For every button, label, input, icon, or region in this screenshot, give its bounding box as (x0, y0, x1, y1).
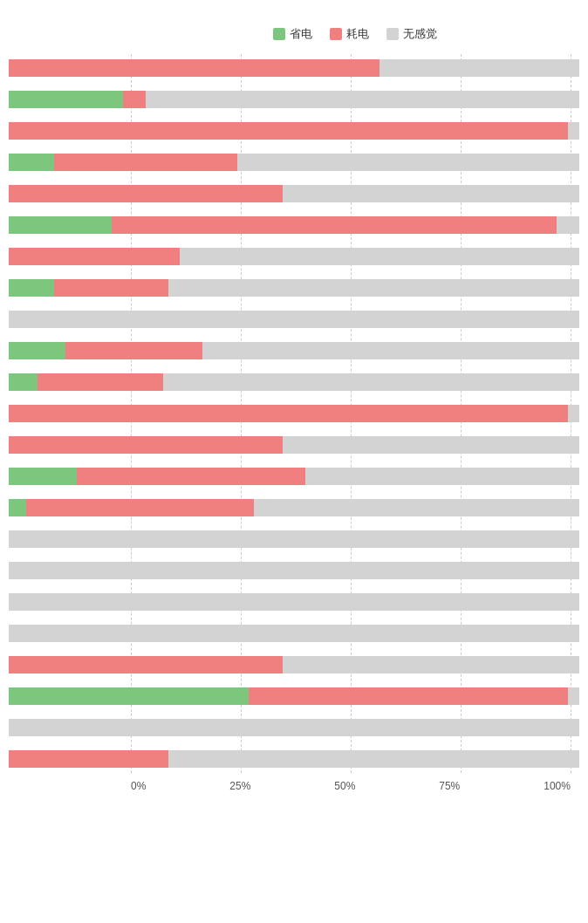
legend-label: 省电 (290, 26, 312, 42)
bar-segment-green (9, 216, 112, 234)
bar-row: iPhone 14 Pro (9, 462, 579, 490)
bar-row: iPhone 8 (9, 525, 579, 553)
bar-segment-pink (77, 468, 305, 485)
bar-segment-green (9, 91, 123, 108)
bars-wrapper: iPhone 11iPhone 11 ProiPhone 11 ProMaxiP… (9, 54, 579, 773)
bar-segment-pink (9, 750, 168, 768)
bar-segment-gray (202, 342, 579, 359)
legend-item: 无感觉 (386, 26, 437, 42)
bar-segment-gray (163, 373, 579, 391)
bar-row: iPhone 13 (9, 274, 579, 302)
bar-track (9, 185, 579, 202)
bar-segment-gray (568, 122, 579, 140)
bar-row: iPhone 8 Plus (9, 557, 579, 585)
bar-segment-pink (9, 248, 180, 265)
chart-container: 省电耗电无感觉 iPhone 11iPhone 11 ProiPhone 11 … (9, 17, 579, 792)
bar-segment-green (9, 373, 38, 391)
bar-row: iPhone 12 (9, 148, 579, 176)
bar-label: iPhone 14 (0, 407, 9, 420)
bar-track (9, 468, 579, 485)
bar-segment-gray (283, 656, 579, 673)
bar-segment-gray (568, 687, 579, 705)
bar-segment-gray (9, 719, 579, 736)
bar-segment-pink (54, 154, 236, 171)
bar-label: iPhone XS Max (0, 753, 9, 765)
bar-row: iPhone XR (9, 682, 579, 710)
bar-segment-green (9, 342, 65, 359)
bar-label: iPhone 12 mini (0, 188, 9, 200)
bar-row: iPhone 13 Pro (9, 337, 579, 365)
bar-label: iPhone X (0, 659, 9, 671)
bar-segment-green (9, 154, 54, 171)
bar-track (9, 154, 579, 171)
bar-row: iPhone 14 (9, 400, 579, 427)
legend-color-dot (386, 28, 399, 40)
bar-segment-gray (283, 185, 579, 202)
bar-label: iPhone 14 Pro (0, 470, 9, 482)
legend: 省电耗电无感觉 (131, 26, 579, 42)
x-tick: 25% (229, 780, 250, 792)
bar-row: iPhone 14 Plus (9, 431, 579, 459)
bar-track (9, 530, 579, 548)
bar-segment-pink (9, 405, 568, 422)
bar-label: iPhone 8 Plus (0, 564, 9, 577)
bar-track (9, 373, 579, 391)
bar-segment-pink (26, 499, 255, 516)
bar-label: iPhone 11 ProMax (0, 119, 9, 144)
bar-label: iPhone SE 第2代 (0, 596, 9, 608)
x-tick: 100% (544, 780, 571, 792)
bar-segment-gray (180, 248, 579, 265)
bar-row: iPhone X (9, 651, 579, 679)
bar-track (9, 342, 579, 359)
bar-segment-green (9, 468, 77, 485)
bar-label: iPhone 13 ProMax (0, 370, 9, 395)
bar-segment-gray (9, 530, 579, 548)
bar-segment-pink (9, 59, 379, 77)
bar-track (9, 216, 579, 234)
legend-label: 耗电 (346, 26, 369, 42)
x-tick: 0% (131, 780, 146, 792)
bar-track (9, 122, 579, 140)
bar-segment-gray (9, 593, 579, 611)
bar-segment-pink (112, 216, 557, 234)
bar-label: iPhone 8 (0, 533, 9, 545)
x-axis: 0%25%50%75%100% (131, 780, 571, 792)
bar-segment-gray (9, 562, 579, 579)
bar-row: iPhone XS Max (9, 745, 579, 773)
bar-track (9, 311, 579, 328)
bar-label: iPhone 11 (0, 62, 9, 74)
bar-segment-gray (379, 59, 579, 77)
bar-track (9, 687, 579, 705)
bar-label: iPhone 11 Pro (0, 93, 9, 106)
bar-segment-green (9, 279, 54, 297)
bar-track (9, 562, 579, 579)
bar-segment-gray (557, 216, 579, 234)
bar-track (9, 91, 579, 108)
bar-label: iPhone 14 Plus (0, 439, 9, 451)
bar-track (9, 625, 579, 642)
bar-segment-pink (9, 185, 283, 202)
bar-segment-pink (123, 91, 146, 108)
bar-row: iPhone 13 ProMax (9, 368, 579, 396)
bar-row: iPhone 12 Pro (9, 211, 579, 239)
bar-segment-pink (65, 342, 202, 359)
bar-label: iPhone 14 ProMax (0, 496, 9, 521)
bar-segment-pink (9, 436, 283, 454)
bar-track (9, 59, 579, 77)
bar-label: iPhone 13 Pro (0, 345, 9, 357)
bar-row: iPhone 14 ProMax (9, 494, 579, 522)
bar-row: iPhone 11 (9, 54, 579, 82)
bar-track (9, 593, 579, 611)
legend-item: 省电 (273, 26, 312, 42)
bar-row: iPhone 11 Pro (9, 85, 579, 113)
bar-label: iPhone 12 Pro (0, 219, 9, 231)
bar-segment-gray (237, 154, 579, 171)
bar-label: iPhone 13 mini (0, 313, 9, 325)
bar-segment-gray (146, 91, 579, 108)
bar-label: iPhone XS (0, 721, 9, 734)
bar-row: iPhone XS (9, 714, 579, 742)
legend-item: 耗电 (330, 26, 369, 42)
bar-segment-gray (168, 750, 579, 768)
bar-segment-pink (249, 687, 568, 705)
bar-row: iPhone SE 第2代 (9, 588, 579, 616)
